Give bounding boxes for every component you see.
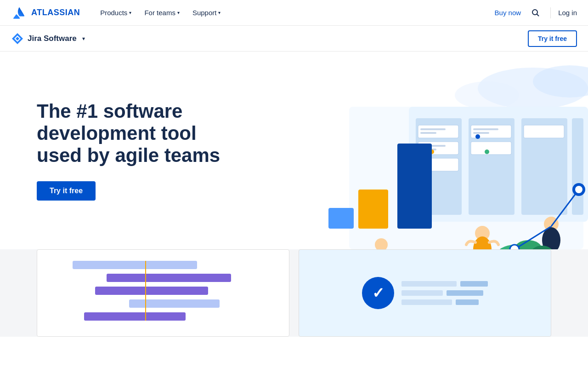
svg-rect-14 xyxy=(471,142,511,155)
nav-item-products[interactable]: Products ▾ xyxy=(95,5,137,20)
hero-illustration-svg xyxy=(257,52,588,249)
product-logo-area[interactable]: Jira Software ▾ xyxy=(11,32,85,45)
jira-software-label: Jira Software xyxy=(28,34,77,43)
buy-now-link[interactable]: Buy now xyxy=(495,9,521,17)
nav-products-label: Products xyxy=(100,9,127,17)
top-navigation: ATLASSIAN Products ▾ For teams ▾ Support… xyxy=(0,0,588,26)
board-card: ✓ xyxy=(299,249,551,337)
try-it-free-header-button[interactable]: Try it free xyxy=(528,30,577,47)
gantt-bar-row-5 xyxy=(50,312,276,321)
svg-rect-25 xyxy=(397,144,432,229)
board-item-box-4 xyxy=(447,290,483,296)
product-subnav-right: Try it free xyxy=(528,34,577,43)
svg-point-24 xyxy=(475,134,480,139)
board-check-circle: ✓ xyxy=(362,277,394,309)
board-item-box-3 xyxy=(401,290,443,296)
atlassian-logo-icon xyxy=(11,5,28,21)
nav-item-for-teams[interactable]: For teams ▾ xyxy=(139,5,185,20)
svg-rect-20 xyxy=(473,128,498,130)
svg-rect-17 xyxy=(420,132,436,134)
search-button[interactable] xyxy=(528,6,543,20)
svg-point-44 xyxy=(575,186,582,193)
hero-illustration xyxy=(257,52,588,249)
hero-title: The #1 software development tool used by… xyxy=(37,100,220,167)
svg-rect-16 xyxy=(420,128,446,130)
atlassian-logo-link[interactable]: ATLASSIAN xyxy=(11,5,80,21)
board-item-box-6 xyxy=(456,299,479,305)
board-items-list xyxy=(401,281,488,305)
chevron-down-icon: ▾ xyxy=(129,10,131,15)
board-item-box-1 xyxy=(401,281,457,287)
gantt-bar-row-2 xyxy=(50,274,276,282)
gantt-card xyxy=(37,249,289,337)
jira-software-icon xyxy=(11,32,24,45)
board-item-box-2 xyxy=(460,281,488,287)
svg-point-23 xyxy=(485,150,489,154)
gantt-bar-row-3 xyxy=(50,287,276,295)
product-subnav: Jira Software ▾ Try it free xyxy=(0,26,588,52)
svg-point-3 xyxy=(455,81,519,109)
nav-divider xyxy=(550,7,551,18)
hero-content: The #1 software development tool used by… xyxy=(0,73,239,229)
board-item-box-5 xyxy=(401,299,452,305)
board-inner: ✓ xyxy=(362,277,488,309)
checkmark-icon: ✓ xyxy=(372,284,384,302)
svg-point-42 xyxy=(510,245,519,249)
gantt-timeline-line xyxy=(145,261,146,321)
svg-rect-9 xyxy=(572,118,583,215)
product-chevron-icon: ▾ xyxy=(82,35,85,42)
nav-for-teams-label: For teams xyxy=(144,9,175,17)
gantt-bar-row-1 xyxy=(50,261,276,269)
svg-rect-15 xyxy=(524,125,564,138)
svg-rect-10 xyxy=(418,125,458,138)
login-link[interactable]: Log in xyxy=(558,9,577,17)
atlassian-wordmark: ATLASSIAN xyxy=(31,8,80,17)
nav-item-support[interactable]: Support ▾ xyxy=(187,5,226,20)
gantt-bar-row-4 xyxy=(50,299,276,308)
chevron-down-icon: ▾ xyxy=(218,10,220,15)
bottom-cards-section: ✓ xyxy=(0,249,588,337)
nav-support-label: Support xyxy=(192,9,217,17)
try-it-free-hero-button[interactable]: Try it free xyxy=(37,181,96,201)
svg-rect-21 xyxy=(473,132,489,134)
hero-section: The #1 software development tool used by… xyxy=(0,52,588,249)
chevron-down-icon: ▾ xyxy=(177,10,180,15)
nav-right: Buy now Log in xyxy=(495,6,577,20)
svg-rect-26 xyxy=(358,190,388,229)
svg-rect-27 xyxy=(328,208,354,229)
search-icon xyxy=(531,8,540,17)
nav-links: Products ▾ For teams ▾ Support ▾ xyxy=(95,5,494,20)
